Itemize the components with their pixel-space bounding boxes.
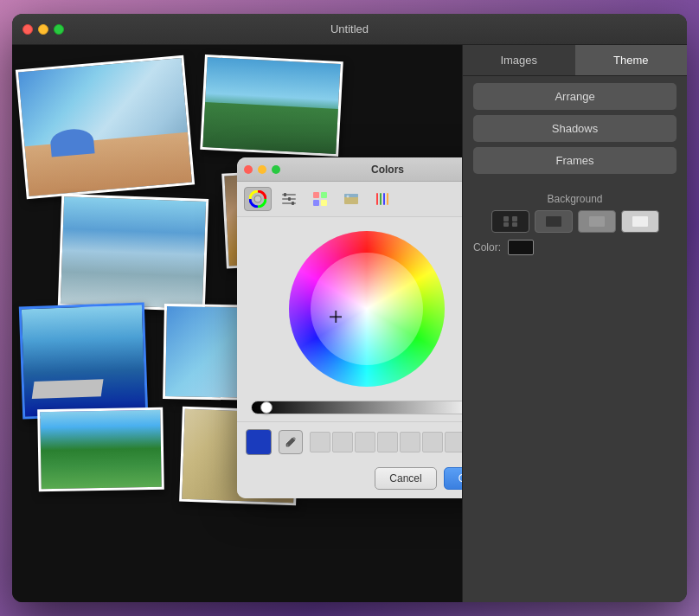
titlebar: Untitled [12, 14, 687, 45]
dialog-buttons: Cancel OK [237, 462, 462, 498]
photo-7 [37, 407, 164, 492]
minimize-button[interactable] [38, 24, 48, 35]
bg-option-mid-dark[interactable] [535, 210, 573, 233]
traffic-lights [22, 24, 64, 35]
main-window: Untitled [12, 14, 687, 602]
right-panel: Images Theme Arrange Shadows Frames Back… [462, 45, 687, 602]
svg-rect-18 [387, 193, 388, 205]
color-tool-palette[interactable] [306, 187, 334, 211]
shadows-button[interactable]: Shadows [473, 115, 677, 142]
svg-point-1 [254, 196, 261, 202]
frames-button[interactable]: Frames [473, 147, 677, 174]
photo-3 [58, 194, 208, 311]
svg-rect-17 [383, 193, 385, 205]
canvas-background: Colors [12, 45, 462, 602]
photo-1 [16, 55, 195, 199]
colors-dialog-title: Colors [285, 164, 462, 176]
crosshair-vertical [335, 311, 337, 323]
svg-rect-23 [512, 222, 517, 227]
colors-close-button[interactable] [244, 165, 253, 174]
colors-maximize-button[interactable] [272, 165, 280, 174]
window-title: Untitled [330, 22, 369, 35]
svg-rect-9 [321, 192, 327, 198]
close-button[interactable] [22, 24, 33, 35]
background-options [463, 210, 687, 233]
colors-dialog: Colors [237, 157, 462, 498]
brightness-slider-thumb[interactable] [260, 401, 273, 414]
svg-rect-6 [288, 197, 291, 201]
svg-rect-21 [512, 216, 517, 221]
color-wheel[interactable] [289, 231, 445, 387]
svg-rect-8 [313, 192, 319, 198]
arrange-button[interactable]: Arrange [473, 83, 677, 110]
brightness-slider[interactable] [251, 401, 462, 414]
maximize-button[interactable] [54, 24, 64, 35]
color-cell[interactable] [422, 432, 443, 452]
color-tool-image[interactable] [337, 187, 365, 211]
color-cell[interactable] [332, 432, 353, 452]
arrange-section: Arrange Shadows Frames [463, 76, 687, 186]
svg-rect-20 [503, 216, 509, 221]
colors-bottom [237, 421, 462, 462]
plane-wing [32, 379, 104, 399]
svg-rect-15 [376, 193, 378, 205]
bg-option-dark[interactable] [491, 210, 529, 233]
color-tool-crayons[interactable] [369, 187, 396, 211]
svg-rect-16 [380, 193, 382, 205]
color-label: Color: [473, 241, 501, 253]
ok-button[interactable]: OK [444, 467, 462, 490]
color-tool-wheel[interactable] [244, 187, 272, 211]
background-label: Background [463, 193, 687, 205]
color-row: Color: [463, 240, 687, 262]
background-color-swatch[interactable] [508, 240, 534, 255]
svg-rect-10 [313, 200, 319, 206]
color-wheel-area [237, 217, 462, 401]
svg-rect-22 [503, 222, 509, 227]
tab-bar: Images Theme [463, 45, 687, 76]
svg-rect-24 [546, 216, 561, 227]
color-cell[interactable] [400, 432, 420, 452]
svg-rect-13 [344, 194, 358, 197]
svg-rect-5 [284, 193, 286, 196]
canvas-area: Colors [12, 45, 462, 602]
cancel-button[interactable]: Cancel [375, 467, 436, 490]
svg-rect-11 [321, 200, 327, 206]
content-area: Colors [12, 45, 687, 602]
tab-images[interactable]: Images [463, 45, 575, 75]
color-cell[interactable] [445, 432, 462, 452]
svg-rect-25 [589, 216, 605, 227]
svg-point-14 [347, 196, 350, 198]
color-tool-sliders[interactable] [275, 187, 303, 211]
bg-option-mid-light[interactable] [578, 210, 616, 233]
color-cell[interactable] [355, 432, 375, 452]
photo-2 [200, 55, 343, 157]
bg-option-light[interactable] [621, 210, 659, 233]
colors-toolbar [237, 182, 462, 217]
color-wheel-crosshair [330, 311, 342, 323]
photo-5 [19, 303, 148, 420]
color-wheel-inner [311, 253, 423, 365]
eyedropper-button[interactable] [279, 430, 303, 454]
brightness-slider-row [237, 401, 462, 421]
colors-minimize-button[interactable] [258, 165, 266, 174]
colors-titlebar: Colors [237, 157, 462, 182]
tab-theme[interactable]: Theme [575, 45, 688, 75]
color-swatches-grid [310, 432, 462, 452]
color-cell[interactable] [310, 432, 330, 452]
color-preview-swatch[interactable] [246, 429, 272, 455]
svg-rect-7 [292, 202, 294, 205]
svg-point-19 [287, 445, 289, 446]
color-cell[interactable] [377, 432, 398, 452]
svg-rect-26 [632, 216, 648, 227]
